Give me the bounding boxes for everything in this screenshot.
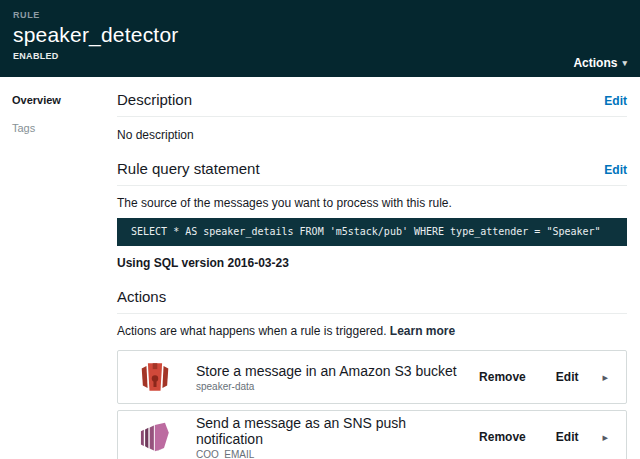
actions-hint: Actions are what happens when a rule is … — [117, 324, 627, 338]
divider — [117, 313, 627, 314]
remove-action-button[interactable]: Remove — [479, 370, 526, 384]
query-section: Rule query statement Edit The source of … — [117, 160, 627, 270]
description-body: No description — [117, 128, 627, 142]
sidebar-item-overview[interactable]: Overview — [12, 94, 109, 106]
rule-kicker: RULE — [13, 10, 627, 20]
actions-menu-label: Actions — [573, 56, 617, 70]
page-title: speaker_detector — [13, 23, 627, 47]
sidebar: Overview Tags — [0, 77, 117, 459]
description-edit-link[interactable]: Edit — [604, 94, 627, 108]
remove-action-button[interactable]: Remove — [479, 430, 526, 444]
description-title: Description — [117, 91, 192, 108]
learn-more-link[interactable]: Learn more — [390, 324, 455, 338]
action-controls: Remove Edit ▸ — [479, 370, 608, 384]
query-edit-link[interactable]: Edit — [604, 163, 627, 177]
action-title: Send a message as an SNS push notificati… — [196, 415, 467, 447]
action-card-text: Store a message in an Amazon S3 bucket s… — [196, 363, 467, 392]
divider — [117, 185, 627, 186]
status-badge: ENABLED — [13, 51, 627, 61]
actions-section: Actions Actions are what happens when a … — [117, 288, 627, 459]
rule-header: RULE speaker_detector ENABLED Actions ▾ — [0, 0, 640, 77]
actions-title: Actions — [117, 288, 166, 305]
main-content: Description Edit No description Rule que… — [117, 77, 640, 459]
s3-icon — [136, 358, 174, 396]
sql-statement: SELECT * AS speaker_details FROM 'm5stac… — [117, 218, 627, 246]
query-hint: The source of the messages you want to p… — [117, 196, 627, 210]
action-card-s3: Store a message in an Amazon S3 bucket s… — [117, 350, 627, 404]
query-title: Rule query statement — [117, 160, 260, 177]
sns-icon — [136, 418, 174, 456]
chevron-down-icon: ▾ — [622, 58, 627, 68]
actions-menu-button[interactable]: Actions ▾ — [573, 56, 627, 70]
action-card-text: Send a message as an SNS push notificati… — [196, 415, 467, 459]
sql-version-label: Using SQL version 2016-03-23 — [117, 256, 627, 270]
action-title: Store a message in an Amazon S3 bucket — [196, 363, 467, 379]
edit-action-button[interactable]: Edit — [556, 430, 579, 444]
edit-action-button[interactable]: Edit — [556, 370, 579, 384]
actions-hint-text: Actions are what happens when a rule is … — [117, 324, 390, 338]
action-subtitle: speaker-data — [196, 381, 467, 392]
sidebar-item-tags[interactable]: Tags — [12, 122, 109, 134]
action-subtitle: COO_EMAIL — [196, 449, 467, 459]
action-controls: Remove Edit ▸ — [479, 430, 608, 444]
action-card-sns: Send a message as an SNS push notificati… — [117, 410, 627, 459]
chevron-right-icon[interactable]: ▸ — [602, 431, 608, 444]
description-section: Description Edit No description — [117, 91, 627, 142]
chevron-right-icon[interactable]: ▸ — [602, 371, 608, 384]
divider — [117, 116, 627, 117]
